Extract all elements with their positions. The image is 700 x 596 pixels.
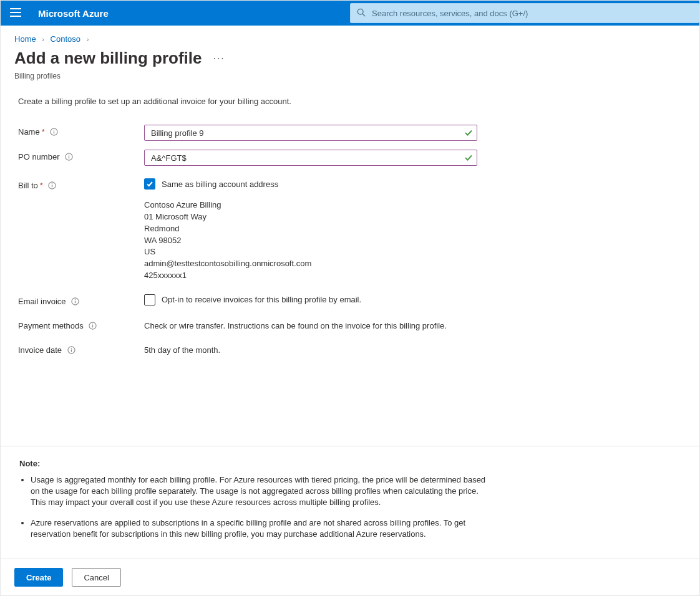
po-number-input[interactable] bbox=[150, 153, 459, 163]
invoice-date-label: Invoice date bbox=[18, 345, 62, 355]
chevron-right-icon: › bbox=[87, 36, 89, 43]
search-icon bbox=[357, 8, 371, 19]
note-item: Usage is aggregated monthly for each bil… bbox=[31, 474, 495, 509]
po-number-input-wrap bbox=[144, 150, 477, 166]
note-title: Note: bbox=[19, 459, 681, 468]
address-street: 01 Microsoft Way bbox=[144, 211, 477, 223]
note-item: Azure reservations are applied to subscr… bbox=[31, 517, 495, 540]
payment-methods-value: Check or wire transfer. Instructions can… bbox=[144, 319, 477, 330]
hamburger-icon bbox=[10, 7, 21, 20]
info-icon[interactable] bbox=[89, 321, 97, 330]
same-as-billing-checkbox[interactable] bbox=[144, 178, 155, 190]
address-name: Contoso Azure Billing bbox=[144, 199, 477, 211]
brand-label: Microsoft Azure bbox=[31, 8, 109, 19]
email-invoice-checkbox-label: Opt-in to receive invoices for this bill… bbox=[162, 295, 361, 304]
required-marker: * bbox=[42, 127, 45, 137]
svg-point-22 bbox=[70, 348, 71, 348]
billing-address-block: Contoso Azure Billing 01 Microsoft Way R… bbox=[144, 199, 477, 282]
info-icon[interactable] bbox=[67, 345, 75, 354]
page-title: Add a new billing profile bbox=[14, 49, 202, 68]
breadcrumb-home[interactable]: Home bbox=[14, 34, 36, 44]
invoice-date-value: 5th day of the month. bbox=[144, 343, 477, 355]
valid-icon bbox=[464, 153, 473, 162]
svg-point-3 bbox=[357, 9, 363, 14]
svg-point-10 bbox=[69, 155, 69, 155]
svg-rect-2 bbox=[10, 16, 21, 17]
create-button[interactable]: Create bbox=[14, 568, 63, 587]
address-country: US bbox=[144, 246, 477, 258]
svg-point-7 bbox=[54, 130, 54, 130]
page-subtitle: Billing profiles bbox=[1, 72, 699, 83]
more-actions-button[interactable]: ··· bbox=[213, 53, 225, 64]
email-invoice-checkbox[interactable] bbox=[144, 294, 155, 305]
azure-topbar: Microsoft Azure bbox=[1, 1, 699, 26]
name-label: Name bbox=[18, 127, 40, 137]
note-panel: Note: Usage is aggregated monthly for ea… bbox=[1, 446, 699, 559]
svg-point-19 bbox=[92, 324, 93, 324]
info-icon[interactable] bbox=[50, 128, 59, 137]
name-input-wrap bbox=[144, 125, 477, 141]
required-marker: * bbox=[40, 181, 43, 190]
cancel-button[interactable]: Cancel bbox=[72, 568, 120, 587]
svg-line-4 bbox=[362, 14, 365, 16]
address-email: admin@testtestcontosobilling.onmicrosoft… bbox=[144, 258, 477, 270]
payment-methods-label: Payment methods bbox=[18, 321, 84, 330]
breadcrumb-contoso[interactable]: Contoso bbox=[51, 34, 80, 44]
footer-actions: Create Cancel bbox=[1, 559, 699, 595]
valid-icon bbox=[464, 128, 473, 137]
po-number-label: PO number bbox=[18, 152, 59, 161]
svg-rect-0 bbox=[10, 8, 21, 9]
hamburger-menu-button[interactable] bbox=[1, 1, 31, 26]
address-phone: 425xxxxxx1 bbox=[144, 270, 477, 282]
global-search[interactable] bbox=[350, 3, 699, 23]
chevron-right-icon: › bbox=[42, 36, 44, 43]
address-city: Redmond bbox=[144, 223, 477, 235]
svg-point-16 bbox=[75, 299, 75, 300]
same-as-billing-label: Same as billing account address bbox=[162, 180, 278, 189]
intro-text: Create a billing profile to set up an ad… bbox=[18, 97, 682, 106]
info-icon[interactable] bbox=[64, 153, 73, 161]
info-icon[interactable] bbox=[71, 297, 80, 305]
svg-rect-1 bbox=[10, 12, 21, 13]
email-invoice-label: Email invoice bbox=[18, 297, 66, 306]
svg-point-13 bbox=[52, 183, 52, 184]
address-region-postal: WA 98052 bbox=[144, 235, 477, 247]
breadcrumb: Home › Contoso › bbox=[1, 26, 699, 46]
name-input[interactable] bbox=[150, 128, 459, 138]
info-icon[interactable] bbox=[48, 181, 57, 190]
bill-to-label: Bill to bbox=[18, 181, 38, 190]
search-input[interactable] bbox=[371, 4, 693, 22]
